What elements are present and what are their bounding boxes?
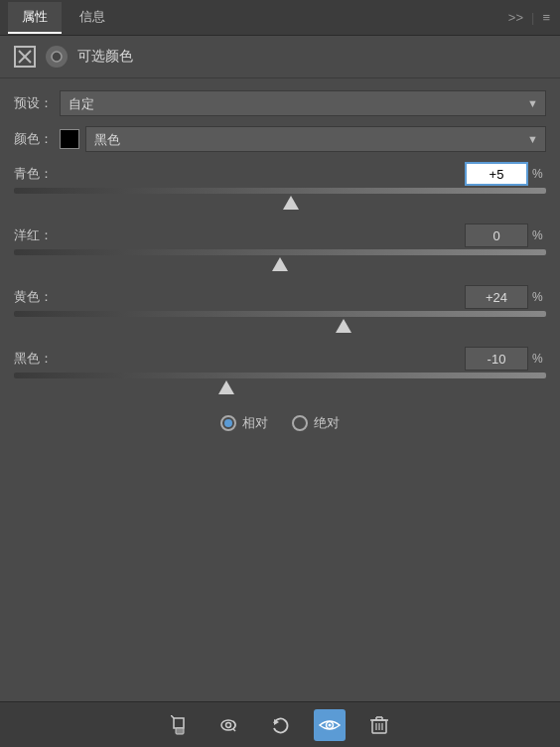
preset-row: 预设： 自定 默认值 ▼: [14, 90, 546, 116]
radio-row: 相对 绝对: [14, 414, 546, 432]
eye-button[interactable]: [314, 709, 346, 741]
cyan-label: 青色：: [14, 165, 60, 183]
cyan-thumb-area: [14, 194, 546, 212]
radio-relative-label: 相对: [242, 414, 268, 432]
cyan-track-row: [14, 188, 546, 220]
radio-relative-outer: [220, 415, 236, 431]
black-track-row: [14, 373, 546, 404]
radio-absolute-outer: [292, 415, 308, 431]
radio-absolute-label: 绝对: [314, 414, 340, 432]
svg-point-7: [226, 722, 231, 727]
bottom-toolbar: [0, 701, 560, 747]
x-icon-box: [14, 46, 36, 68]
cyan-row: 青色： %: [14, 162, 546, 186]
yellow-input-area: %: [465, 285, 546, 309]
yellow-thumb[interactable]: [336, 319, 351, 333]
preset-select[interactable]: 自定 默认值: [60, 90, 546, 116]
magenta-input-area: %: [465, 224, 546, 247]
yellow-input[interactable]: [465, 285, 528, 309]
magenta-pct: %: [532, 228, 546, 242]
circle-fill-icon: [51, 51, 63, 63]
forward-icon[interactable]: >>: [508, 10, 523, 25]
preset-label: 预设：: [14, 94, 60, 112]
yellow-track-row: [14, 311, 546, 343]
tab-info[interactable]: 信息: [66, 2, 119, 34]
black-input-area: %: [465, 347, 546, 371]
eye-loop-icon: [219, 715, 241, 735]
magenta-label: 洋红：: [14, 226, 60, 244]
panel-content: 预设： 自定 默认值 ▼ 颜色： 黑色 白色 红色 黄色 绿色 青色 ▼: [0, 78, 560, 444]
cyan-thumb[interactable]: [283, 196, 299, 210]
magenta-row: 洋红： %: [14, 224, 546, 247]
svg-rect-3: [174, 718, 184, 728]
cyan-input[interactable]: [465, 162, 528, 186]
radio-relative[interactable]: 相对: [220, 414, 268, 432]
yellow-thumb-area: [14, 317, 546, 335]
black-input[interactable]: [465, 347, 528, 371]
color-row: 颜色： 黑色 白色 红色 黄色 绿色 青色 ▼: [14, 126, 546, 152]
cursor-icon: [171, 715, 191, 735]
color-select[interactable]: 黑色 白色 红色 黄色 绿色 青色: [85, 126, 546, 152]
circle-icon: [46, 46, 68, 68]
eye-loop-button[interactable]: [214, 709, 246, 741]
svg-point-2: [52, 52, 62, 62]
radio-absolute[interactable]: 绝对: [292, 414, 340, 432]
undo-icon: [270, 715, 290, 735]
svg-point-10: [329, 723, 332, 726]
cyan-input-area: %: [465, 162, 546, 186]
trash-icon: [370, 715, 388, 735]
radio-relative-inner: [224, 419, 232, 427]
black-row: 黑色： %: [14, 347, 546, 371]
tab-properties[interactable]: 属性: [8, 2, 62, 34]
panel-title: 可选颜色: [77, 48, 133, 66]
magenta-thumb[interactable]: [272, 257, 288, 271]
yellow-pct: %: [532, 290, 546, 304]
svg-line-5: [171, 715, 174, 718]
magenta-slider-section: 洋红： %: [14, 224, 546, 281]
svg-rect-4: [176, 728, 184, 734]
preset-select-container: 自定 默认值 ▼: [60, 90, 546, 116]
x-icon: [18, 50, 32, 64]
trash-button[interactable]: [363, 709, 395, 741]
magenta-track-row: [14, 249, 546, 281]
menu-icon[interactable]: ≡: [542, 10, 550, 25]
cursor-button[interactable]: [165, 709, 197, 741]
yellow-row: 黄色： %: [14, 285, 546, 309]
magenta-thumb-area: [14, 255, 546, 273]
color-swatch[interactable]: [60, 129, 79, 149]
cyan-pct: %: [532, 167, 546, 181]
tab-right-icons: >> | ≡: [508, 10, 550, 25]
eye-icon: [319, 717, 341, 733]
tab-bar: 属性 信息 >> | ≡: [0, 0, 560, 36]
black-slider-section: 黑色： %: [14, 347, 546, 404]
undo-button[interactable]: [264, 709, 296, 741]
black-pct: %: [532, 352, 546, 366]
magenta-input[interactable]: [465, 224, 528, 247]
cyan-slider-section: 青色： %: [14, 162, 546, 220]
black-label: 黑色：: [14, 350, 60, 368]
black-thumb[interactable]: [218, 380, 234, 394]
color-select-container: 黑色 白色 红色 黄色 绿色 青色 ▼: [85, 126, 546, 152]
black-thumb-area: [14, 378, 546, 396]
panel-header: 可选颜色: [0, 36, 560, 78]
yellow-slider-section: 黄色： %: [14, 285, 546, 343]
yellow-label: 黄色：: [14, 288, 60, 306]
color-label: 颜色：: [14, 130, 60, 148]
